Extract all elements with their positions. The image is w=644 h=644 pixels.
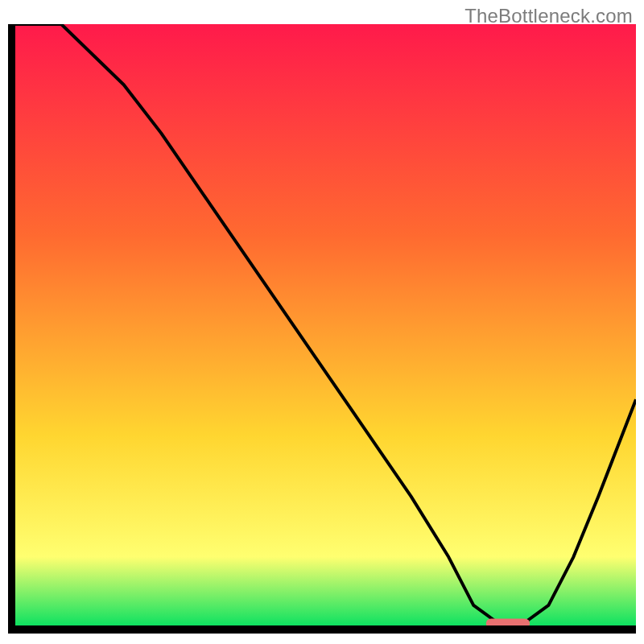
bottleneck-chart [8,24,636,636]
plot-background [11,24,636,630]
